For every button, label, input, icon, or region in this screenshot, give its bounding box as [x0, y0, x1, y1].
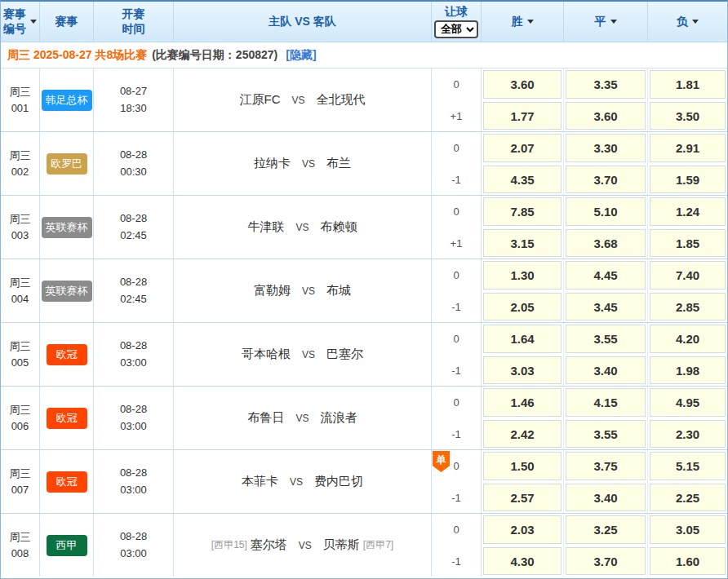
odds-win[interactable]: 3.15 — [483, 229, 562, 257]
odds-draw[interactable]: 3.40 — [566, 484, 646, 511]
odds-lose[interactable]: 2.85 — [650, 293, 726, 320]
odds-draw[interactable]: 3.68 — [566, 229, 646, 257]
lose-caret-icon[interactable] — [692, 20, 699, 24]
kickoff-time: 18:30 — [120, 100, 147, 117]
odds-lose[interactable]: 1.59 — [650, 166, 726, 193]
odds-win[interactable]: 3.60 — [483, 70, 562, 99]
win-caret-icon[interactable] — [527, 20, 534, 24]
league-badge[interactable]: 英联赛杯 — [42, 217, 92, 238]
league-badge[interactable]: 欧冠 — [47, 471, 87, 493]
odds-win[interactable]: 1.46 — [483, 388, 562, 417]
col-lose-label: 负 — [677, 15, 688, 29]
odds-lose[interactable]: 2.91 — [650, 134, 726, 162]
col-header-match-no[interactable]: 赛事 编号 — [1, 2, 40, 42]
odds-draw[interactable]: 3.55 — [566, 325, 646, 353]
col-league-label: 赛事 — [55, 15, 78, 29]
handicap-value: 0 — [453, 269, 459, 281]
kickoff-date: 08-28 — [120, 274, 147, 291]
odds-draw[interactable]: 3.70 — [566, 547, 646, 575]
odds-draw[interactable]: 5.10 — [566, 197, 646, 226]
vs-label: VS — [291, 95, 304, 106]
handicap-value: +1 — [451, 237, 463, 250]
odds-lose[interactable]: 1.60 — [650, 547, 726, 575]
odds-win[interactable]: 4.30 — [483, 547, 562, 575]
odds-lose[interactable]: 1.85 — [650, 229, 726, 257]
odds-win[interactable]: 3.03 — [483, 356, 562, 384]
match-number: 008 — [11, 546, 29, 562]
odds-lose[interactable]: 3.05 — [650, 515, 726, 544]
league-badge[interactable]: 欧罗巴 — [47, 153, 87, 175]
odds-win[interactable]: 2.07 — [483, 134, 562, 162]
draw-caret-icon[interactable] — [610, 20, 617, 24]
league-cell: 欧罗巴 — [40, 132, 94, 195]
odds-cell: 3.05 — [648, 514, 727, 546]
away-rank: [西甲7] — [363, 538, 393, 552]
odds-draw[interactable]: 3.75 — [566, 452, 646, 480]
odds-win[interactable]: 1.77 — [483, 102, 562, 130]
away-team: 费内巴切 — [314, 474, 363, 489]
handicap-value: 0 — [453, 142, 459, 154]
col-time-line1: 开赛 — [122, 7, 145, 22]
league-badge[interactable]: 欧冠 — [47, 408, 87, 429]
match-day: 周三 — [10, 148, 31, 164]
day-group-header: 周三 2025-08-27 共8场比赛 (比赛编号日期：250827) [隐藏] — [1, 42, 727, 69]
odds-lose[interactable]: 1.98 — [650, 356, 726, 384]
sort-caret-icon[interactable] — [30, 20, 37, 24]
handicap-cell-top: 0 — [432, 132, 482, 164]
odds-lose[interactable]: 1.81 — [650, 70, 726, 99]
vs-label: VS — [302, 158, 315, 170]
odds-win[interactable]: 2.42 — [483, 420, 562, 448]
odds-draw[interactable]: 4.45 — [566, 261, 646, 290]
handicap-cell-top: 0 — [432, 387, 482, 418]
day-date-info: 周三 2025-08-27 共8场比赛 — [7, 48, 147, 63]
handicap-cell-bottom: -1 — [432, 291, 482, 322]
odds-win[interactable]: 2.57 — [483, 484, 562, 511]
league-badge[interactable]: 韩足总杯 — [42, 90, 92, 111]
odds-win[interactable]: 2.05 — [483, 293, 562, 320]
odds-win[interactable]: 1.30 — [483, 261, 562, 290]
odds-lose[interactable]: 2.25 — [650, 484, 726, 511]
odds-win[interactable]: 1.64 — [483, 325, 562, 353]
odds-draw[interactable]: 3.30 — [566, 134, 646, 162]
odds-cell: 3.70 — [564, 164, 648, 195]
match-day: 周三 — [10, 402, 31, 418]
teams-cell: [西甲15] 塞尔塔 VS 贝蒂斯 [西甲7] — [174, 514, 432, 577]
match-number-cell: 周三 006 — [1, 387, 40, 449]
odds-draw[interactable]: 3.55 — [566, 420, 646, 448]
league-badge[interactable]: 西甲 — [47, 535, 87, 556]
kickoff-time: 03:00 — [120, 418, 147, 435]
odds-lose[interactable]: 1.24 — [650, 197, 726, 226]
odds-win[interactable]: 7.85 — [483, 197, 562, 226]
odds-cell: 3.30 — [564, 132, 648, 164]
odds-win[interactable]: 2.03 — [483, 515, 562, 544]
odds-cell: 3.70 — [564, 546, 648, 577]
odds-cell: 3.55 — [564, 323, 648, 355]
odds-lose[interactable]: 4.20 — [650, 325, 726, 353]
handicap-filter-select[interactable]: 全部 — [434, 20, 478, 38]
odds-lose[interactable]: 4.95 — [650, 388, 726, 417]
hide-link[interactable]: [隐藏] — [286, 48, 316, 63]
odds-lose[interactable]: 3.50 — [650, 102, 726, 130]
col-header-win[interactable]: 胜 — [482, 2, 564, 42]
away-team: 布兰 — [326, 156, 351, 171]
odds-lose[interactable]: 5.15 — [650, 452, 726, 480]
odds-draw[interactable]: 3.25 — [566, 515, 646, 544]
league-badge[interactable]: 英联赛杯 — [42, 281, 92, 302]
odds-win[interactable]: 4.35 — [483, 166, 562, 193]
col-header-draw[interactable]: 平 — [564, 2, 648, 42]
odds-draw[interactable]: 3.60 — [566, 102, 646, 130]
odds-cell: 3.50 — [648, 100, 727, 131]
odds-win[interactable]: 1.50 — [483, 452, 562, 480]
odds-draw[interactable]: 4.15 — [566, 388, 646, 417]
away-team: 巴塞尔 — [326, 347, 363, 362]
odds-draw[interactable]: 3.40 — [566, 356, 646, 384]
col-header-time: 开赛 时间 — [94, 2, 174, 42]
odds-draw[interactable]: 3.45 — [566, 293, 646, 320]
col-header-lose[interactable]: 负 — [648, 2, 727, 42]
odds-cell: 3.25 — [564, 514, 648, 546]
odds-draw[interactable]: 3.35 — [566, 70, 646, 99]
odds-lose[interactable]: 2.30 — [650, 420, 726, 448]
league-badge[interactable]: 欧冠 — [47, 344, 87, 365]
odds-draw[interactable]: 3.70 — [566, 166, 646, 193]
odds-lose[interactable]: 7.40 — [650, 261, 726, 290]
